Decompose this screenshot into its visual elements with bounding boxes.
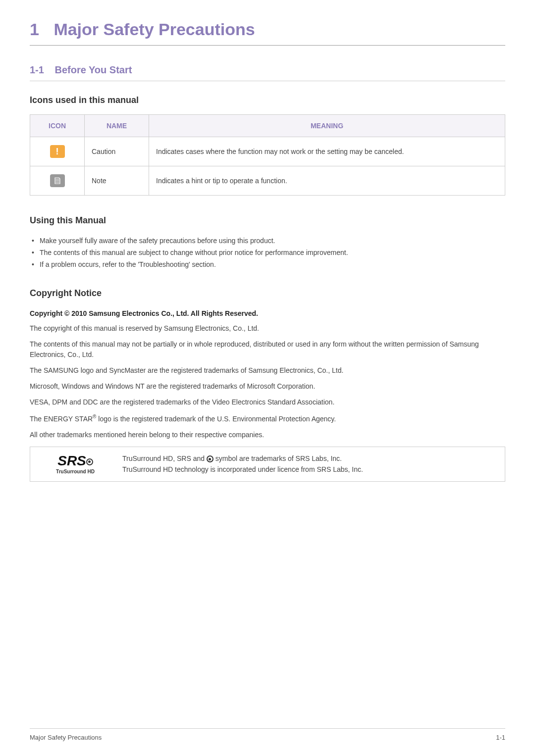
icon-table: ICON NAME MEANING ! Caution Indicates ca… xyxy=(30,114,505,196)
subsection-copyright: Copyright Notice xyxy=(30,288,505,299)
chapter-title-text: Major Safety Precautions xyxy=(54,20,255,39)
footer-left: Major Safety Precautions xyxy=(30,734,102,741)
caution-icon: ! xyxy=(50,145,65,158)
section-number: 1-1 xyxy=(30,64,44,75)
list-item: If a problem occurs, refer to the 'Troub… xyxy=(30,258,505,270)
list-item: The contents of this manual are subject … xyxy=(30,247,505,258)
cell-meaning: Indicates cases where the function may n… xyxy=(149,137,505,166)
table-row: Note Indicates a hint or tip to operate … xyxy=(30,166,505,196)
srs-logo: SRS TruSurround HD xyxy=(38,454,122,474)
chapter-title: 1 Major Safety Precautions xyxy=(30,20,505,46)
copyright-bold-line: Copyright © 2010 Samsung Electronics Co.… xyxy=(30,309,505,317)
copyright-paragraph: The SAMSUNG logo and SyncMaster are the … xyxy=(30,365,505,375)
srs-circle-icon xyxy=(207,455,214,462)
footer-right: 1-1 xyxy=(496,734,505,741)
srs-trademark-box: SRS TruSurround HD TruSurround HD, SRS a… xyxy=(30,447,505,482)
copyright-paragraph: All other trademarks mentioned herein be… xyxy=(30,430,505,440)
copyright-paragraph: VESA, DPM and DDC are the registered tra… xyxy=(30,397,505,407)
page-footer: Major Safety Precautions 1-1 xyxy=(30,728,505,741)
note-icon xyxy=(50,174,65,187)
srs-logo-text: SRS xyxy=(38,454,112,468)
th-meaning: MEANING xyxy=(149,115,505,137)
cell-meaning: Indicates a hint or tip to operate a fun… xyxy=(149,166,505,196)
copyright-paragraph: The contents of this manual may not be p… xyxy=(30,339,505,359)
th-icon: ICON xyxy=(30,115,85,137)
srs-logo-subtext: TruSurround HD xyxy=(38,469,112,474)
cell-icon xyxy=(30,166,85,196)
srs-line-2: TruSurround HD technology is incorporate… xyxy=(122,464,363,475)
table-row: ! Caution Indicates cases where the func… xyxy=(30,137,505,166)
section-title-text: Before You Start xyxy=(54,64,132,75)
th-name: NAME xyxy=(85,115,149,137)
copyright-paragraph: The ENERGY STAR® logo is the registered … xyxy=(30,413,505,424)
subsection-icons-used: Icons used in this manual xyxy=(30,95,505,105)
cell-name: Note xyxy=(85,166,149,196)
cell-name: Caution xyxy=(85,137,149,166)
subsection-using-manual: Using this Manual xyxy=(30,215,505,226)
section-title: 1-1 Before You Start xyxy=(30,64,505,81)
cell-icon: ! xyxy=(30,137,85,166)
using-manual-list: Make yourself fully aware of the safety … xyxy=(30,235,505,270)
srs-line-1: TruSurround HD, SRS and symbol are trade… xyxy=(122,453,363,464)
chapter-number: 1 xyxy=(30,20,39,39)
list-item: Make yourself fully aware of the safety … xyxy=(30,235,505,247)
copyright-paragraph: The copyright of this manual is reserved… xyxy=(30,323,505,333)
copyright-paragraph: Microsoft, Windows and Windows NT are th… xyxy=(30,381,505,391)
srs-circle-icon xyxy=(86,458,93,465)
srs-text: TruSurround HD, SRS and symbol are trade… xyxy=(122,453,363,475)
